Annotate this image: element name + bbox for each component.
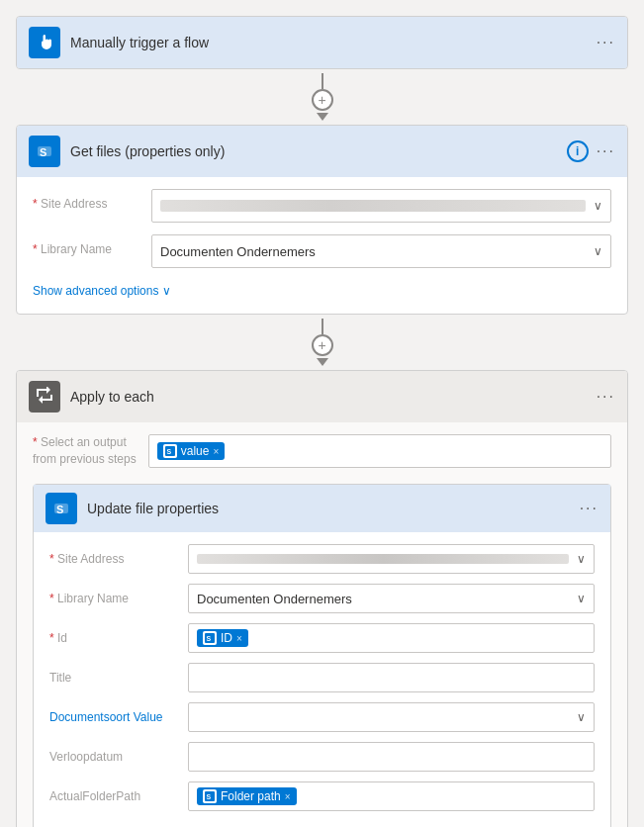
update-file-card: S Update file properties ··· * Site Addr… [33,484,611,827]
ufp-documentsoort-label: Documentsoort Value [49,710,188,724]
folder-path-token-label: Folder path [221,789,281,803]
svg-text:S: S [207,635,212,642]
update-file-svg: S [51,499,71,518]
site-address-row: * Site Address ∨ [33,189,611,223]
connector-line-1 [322,73,323,89]
trigger-card: Manually trigger a flow ··· [16,16,628,69]
ufp-title-row: Title [49,663,595,692]
get-files-header: S Get files (properties only) i ··· [17,126,627,177]
library-name-dropdown[interactable]: ∨ [594,244,602,258]
id-token-label: ID [221,631,232,645]
site-address-label: * Site Address [33,189,151,211]
info-button[interactable]: i [567,140,589,162]
id-token-close[interactable]: × [236,633,242,644]
connector-arrow-2 [317,358,328,366]
folder-path-svg: S [205,791,215,801]
trigger-card-header: Manually trigger a flow ··· [17,17,627,68]
folder-path-token-close[interactable]: × [285,791,291,802]
value-token-icon: S [163,444,177,458]
ufp-library-name-input[interactable]: Documenten Ondernemers ∨ [188,584,595,613]
ufp-site-address-dropdown[interactable]: ∨ [577,552,586,566]
ufp-site-address-blurred [197,554,569,564]
ufp-show-advanced-button[interactable]: Show advanced options ∨ [49,821,595,827]
get-files-title: Get files (properties only) [70,143,557,159]
get-files-dots-button[interactable]: ··· [597,143,615,159]
folder-path-token-icon: S [203,789,217,803]
apply-to-each-card: Apply to each ··· * Select an outputfrom… [16,370,628,827]
ufp-id-row: * Id S ID × [49,623,595,653]
ufp-verloopdatum-label: Verloopdatum [49,750,188,764]
trigger-dots-button[interactable]: ··· [597,35,615,50]
trigger-menu: ··· [597,35,615,50]
apply-to-each-title: Apply to each [70,389,587,405]
apply-icon [29,381,60,413]
apply-to-each-body: * Select an outputfrom previous steps S … [17,422,627,827]
connector-line-2 [322,319,323,334]
library-name-value: Documenten Ondernemers [160,244,316,259]
update-file-icon: S [46,493,77,524]
ufp-folder-path-label: ActualFolderPath [49,789,188,803]
connector-plus-1[interactable]: + [312,89,333,111]
select-output-row: * Select an outputfrom previous steps S … [33,434,611,468]
value-token-label: value [181,444,210,458]
update-file-header: S Update file properties ··· [34,485,610,532]
ufp-library-name-dropdown[interactable]: ∨ [577,592,586,605]
ufp-library-name-label: * Library Name [49,592,188,605]
token-sharepoint-svg: S [165,446,175,456]
get-files-menu: i ··· [567,140,615,162]
ufp-id-label: * Id [49,631,188,645]
ufp-site-address-label: * Site Address [49,552,188,566]
get-files-card: S Get files (properties only) i ··· * Si… [16,125,628,315]
update-file-dots-button[interactable]: ··· [580,501,598,516]
ufp-site-address-input[interactable]: ∨ [188,544,595,574]
show-advanced-button[interactable]: Show advanced options ∨ [33,280,611,302]
trigger-icon [29,27,60,58]
site-address-blurred [160,200,586,212]
library-name-input[interactable]: Documenten Ondernemers ∨ [151,234,611,268]
connector-plus-2[interactable]: + [312,334,333,356]
value-token-close[interactable]: × [213,446,219,457]
connector-1: + [312,73,333,121]
ufp-folder-path-input[interactable]: S Folder path × [188,781,595,811]
ufp-title-label: Title [49,671,188,685]
connector-2: + [312,319,333,366]
ufp-library-name-value: Documenten Ondernemers [197,592,352,606]
apply-svg [35,387,54,407]
ufp-id-input[interactable]: S ID × [188,623,595,653]
select-output-input[interactable]: S value × [148,434,611,468]
ufp-verloopdatum-row: Verloopdatum [49,742,595,772]
ufp-documentsoort-input[interactable]: ∨ [188,702,595,732]
select-output-label: * Select an outputfrom previous steps [33,434,137,468]
flow-canvas: Manually trigger a flow ··· + S Get file… [16,16,628,827]
trigger-title: Manually trigger a flow [70,35,587,50]
svg-text:S: S [56,504,63,515]
library-name-label: * Library Name [33,234,151,256]
site-address-input[interactable]: ∨ [151,189,611,223]
folder-path-token: S Folder path × [197,787,297,805]
library-name-row: * Library Name Documenten Ondernemers ∨ [33,234,611,268]
ufp-documentsoort-dropdown[interactable]: ∨ [577,710,586,724]
id-token-svg: S [205,633,215,643]
value-token: S value × [157,442,226,460]
site-address-dropdown[interactable]: ∨ [594,199,602,213]
update-file-body: * Site Address ∨ * Library Name [34,532,610,827]
get-files-icon: S [29,136,60,167]
ufp-folder-path-row: ActualFolderPath S Folder path [49,781,595,811]
id-token-icon: S [203,631,217,645]
sharepoint-svg: S [35,141,54,161]
connector-arrow-1 [317,113,328,121]
apply-to-each-header: Apply to each ··· [17,371,627,422]
svg-text:S: S [166,448,171,455]
ufp-verloopdatum-input[interactable] [188,742,595,772]
get-files-body: * Site Address ∨ * Library Name Document… [17,177,627,314]
update-file-title: Update file properties [87,501,570,516]
ufp-title-input[interactable] [188,663,595,692]
ufp-library-name-row: * Library Name Documenten Ondernemers ∨ [49,584,595,613]
ufp-site-address-row: * Site Address ∨ [49,544,595,574]
show-advanced-chevron: ∨ [162,284,171,298]
id-token: S ID × [197,629,248,647]
svg-text:S: S [207,793,212,800]
ufp-documentsoort-row: Documentsoort Value ∨ [49,702,595,732]
apply-to-each-dots-button[interactable]: ··· [597,389,615,405]
trigger-svg [35,33,54,52]
